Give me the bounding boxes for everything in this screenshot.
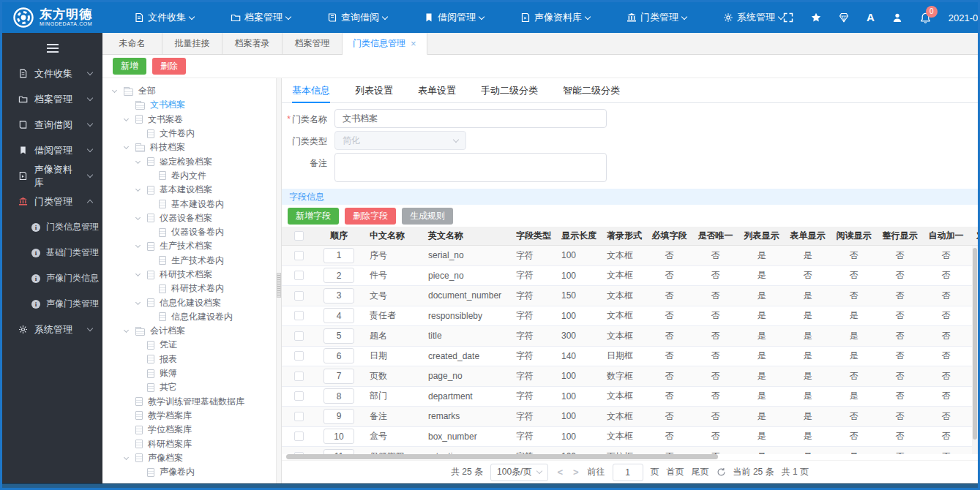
row-checkbox[interactable] [294, 431, 304, 441]
table-row[interactable]: 页数 page_no 字符 100 数字框 否 否 是 是 否 [282, 366, 978, 387]
nav-system-manage[interactable]: 系统管理 [723, 11, 783, 24]
tree-node[interactable]: 教学训练管理基础数据库 [113, 395, 281, 409]
detail-tab[interactable]: 基本信息 [292, 78, 330, 102]
row-checkbox[interactable] [294, 311, 304, 320]
delete-button[interactable]: 删除 [152, 58, 186, 75]
table-vertical-scrollbar[interactable] [972, 246, 978, 454]
order-input[interactable] [323, 369, 354, 384]
sidebar-item-borrow-manage[interactable]: 借阅管理 [2, 137, 102, 163]
remark-textarea[interactable] [334, 153, 607, 182]
tree-node[interactable]: 信息化建设档案 [113, 295, 281, 309]
tree-node[interactable]: 仪器设备档案 [113, 211, 281, 225]
refresh-icon[interactable] [717, 467, 726, 477]
expander-icon[interactable] [135, 159, 141, 164]
delete-field-button[interactable]: 删除字段 [345, 208, 396, 225]
order-input[interactable] [323, 429, 354, 444]
fullscreen-icon[interactable] [783, 12, 793, 23]
gem-icon[interactable] [839, 12, 849, 23]
expander-icon[interactable] [124, 455, 129, 460]
order-input[interactable] [323, 449, 354, 454]
order-input[interactable] [323, 268, 354, 283]
table-row[interactable]: 日期 created_date 字符 140 日期框 否 否 是 是 是 [282, 347, 978, 367]
tree-node[interactable]: 全部 [113, 84, 281, 98]
bell-icon[interactable]: 0 [920, 12, 931, 23]
tree-node[interactable]: 鉴定检验档案 [113, 154, 281, 168]
expander-icon[interactable] [112, 88, 117, 93]
page-size-select[interactable]: 100条/页 [490, 464, 548, 481]
table-row[interactable]: 文号 document_number 字符 150 文本框 否 否 是 是 [282, 286, 978, 306]
sidebar-subitem-media-category-manage[interactable]: i 声像门类管理 [2, 291, 102, 317]
table-row[interactable]: 备注 remarks 字符 100 文本框 否 否 是 是 否 [282, 407, 978, 427]
tree-node[interactable]: 信息化建设卷内 [113, 310, 281, 324]
user-icon[interactable] [892, 12, 902, 23]
order-input[interactable] [323, 308, 354, 323]
sidebar-subitem-category-info[interactable]: i 门类信息管理 [2, 214, 102, 240]
tree-node[interactable]: 科技档案 [113, 140, 281, 154]
expander-icon[interactable] [124, 328, 129, 333]
order-input[interactable] [323, 348, 354, 363]
table-row[interactable]: 部门 department 字符 100 文本框 否 否 是 是 是 [282, 387, 978, 407]
tree-node[interactable]: 卷内文件 [113, 169, 281, 183]
tree-node[interactable]: 其它 [113, 380, 281, 394]
table-horizontal-scrollbar[interactable] [282, 454, 978, 460]
sidebar-item-category-manage[interactable]: 门类管理 [2, 189, 102, 214]
tree-node[interactable]: 学位档案库 [113, 423, 281, 437]
order-input[interactable] [323, 288, 354, 304]
tree-scrollbar-thumb[interactable] [277, 273, 281, 298]
table-row[interactable]: 保管期限 retention 字符 100 下拉框 否 否 是 是 是 [282, 447, 978, 454]
tree-node[interactable]: 账簿 [113, 366, 281, 380]
sidebar-item-file-collect[interactable]: 文件收集 [2, 61, 102, 86]
close-icon[interactable]: × [411, 40, 416, 48]
sidebar-item-query-borrow[interactable]: 查询借阅 [2, 112, 102, 137]
table-row[interactable]: 盒号 box_number 字符 100 文本框 否 否 是 是 否 [282, 427, 978, 448]
tree-node[interactable]: 文书案卷 [113, 113, 281, 127]
tree-scrollbar[interactable] [276, 78, 281, 483]
row-checkbox[interactable] [294, 331, 304, 341]
add-field-button[interactable]: 新增字段 [288, 208, 339, 225]
worktab[interactable]: 档案著录 [222, 33, 283, 54]
expander-icon[interactable] [135, 215, 141, 220]
worktab[interactable]: 未命名 [102, 33, 162, 54]
expander-icon[interactable] [124, 116, 129, 121]
nav-borrow-manage[interactable]: 借阅管理 [424, 11, 484, 24]
order-input[interactable] [323, 409, 354, 424]
expander-icon[interactable] [135, 271, 141, 276]
star-icon[interactable] [811, 12, 821, 23]
table-row[interactable]: 件号 piece_no 字符 100 文本框 否 否 是 否 否 [282, 266, 978, 287]
sidebar-subitem-media-category-info[interactable]: i 声像门类信息 [2, 265, 102, 291]
worktab[interactable]: 批量挂接 [162, 33, 222, 54]
tree-node[interactable]: 基本建设卷内 [113, 197, 281, 211]
sidebar-item-media-library[interactable]: 声像资料库 [2, 163, 102, 189]
sidebar-item-archive-manage[interactable]: 档案管理 [2, 86, 102, 112]
table-row[interactable]: 责任者 responsibleby 字符 100 文本框 否 否 是 是 是 [282, 306, 978, 327]
nav-media-library[interactable]: 声像资料库 [520, 11, 590, 24]
tree-node[interactable]: 生产技术档案 [113, 239, 281, 253]
row-checkbox[interactable] [294, 372, 304, 381]
tree-node[interactable]: 基本建设档案 [113, 183, 281, 197]
tree-node[interactable]: 文书档案 [113, 98, 281, 112]
row-checkbox[interactable] [294, 351, 304, 361]
tree-node[interactable]: 会计档案 [113, 324, 281, 338]
expander-icon[interactable] [135, 300, 141, 305]
tree-node[interactable]: 文件卷内 [113, 127, 281, 140]
last-page-link[interactable]: 尾页 [692, 466, 709, 478]
order-input[interactable] [323, 328, 354, 344]
table-vertical-scrollbar-thumb[interactable] [973, 248, 977, 440]
tree-node[interactable]: 报表 [113, 353, 281, 366]
sidebar-item-system-manage[interactable]: 系统管理 [2, 317, 102, 342]
nav-category-manage[interactable]: 门类管理 [626, 11, 687, 24]
generate-rule-button[interactable]: 生成规则 [402, 208, 453, 225]
row-checkbox[interactable] [294, 251, 304, 260]
row-checkbox[interactable] [294, 412, 304, 421]
tree-node[interactable]: 教学档案库 [113, 409, 281, 423]
row-checkbox[interactable] [294, 271, 304, 280]
detail-tab[interactable]: 手动二级分类 [481, 78, 538, 102]
add-button[interactable]: 新增 [113, 58, 146, 75]
detail-tab[interactable]: 列表设置 [355, 78, 393, 102]
table-row[interactable]: 序号 serial_no 字符 100 文本框 否 否 是 是 否 [282, 246, 978, 266]
category-type-select[interactable]: 简化 [334, 131, 466, 150]
next-page-button[interactable]: > [572, 467, 580, 478]
table-horizontal-scrollbar-thumb[interactable] [286, 454, 718, 459]
tree-node[interactable]: 科研档案库 [113, 437, 281, 451]
row-checkbox[interactable] [294, 291, 304, 301]
